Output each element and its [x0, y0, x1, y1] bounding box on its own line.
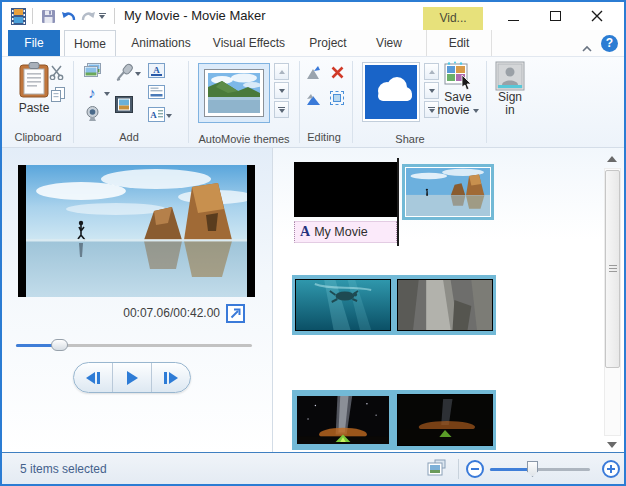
scrollbar-down-button[interactable]: [607, 442, 617, 448]
copy-icon: [51, 87, 65, 102]
themes-scroll-up-button[interactable]: [274, 63, 289, 80]
zoom-out-button[interactable]: [466, 460, 484, 478]
video-preview[interactable]: [18, 165, 255, 297]
undo-button[interactable]: [58, 6, 78, 26]
scissors-icon: [49, 65, 64, 80]
add-title-button[interactable]: A: [146, 61, 166, 79]
group-separator: [73, 61, 74, 143]
themes-more-button[interactable]: [274, 101, 289, 118]
record-narration-button[interactable]: [114, 63, 134, 81]
cliff-thumbnail-image: [398, 280, 492, 330]
onedrive-icon: [365, 65, 417, 119]
tab-visual-effects[interactable]: Visual Effects: [206, 30, 292, 56]
zoom-thumb[interactable]: [527, 461, 538, 477]
zoom-slider[interactable]: [490, 468, 590, 471]
tab-view[interactable]: View: [364, 30, 414, 56]
title-bar: My Movie - Movie Maker Vid...: [2, 2, 624, 30]
rotate-left-button[interactable]: [303, 63, 323, 81]
select-all-button[interactable]: [327, 89, 347, 107]
scrollbar-up-button[interactable]: [607, 156, 617, 162]
main-area: 00:07.06/00:42.00: [2, 148, 624, 454]
titlebar-separator: [114, 8, 115, 24]
movie-maker-window: My Movie - Movie Maker Vid... File Home …: [0, 0, 626, 486]
automovie-default-theme[interactable]: [198, 63, 270, 123]
themes-scroll-down-button[interactable]: [274, 82, 289, 99]
previous-bar-icon: [97, 372, 100, 384]
help-button[interactable]: ?: [601, 35, 618, 52]
close-button[interactable]: [582, 4, 612, 28]
tab-file[interactable]: File: [8, 30, 60, 56]
zoom-in-button[interactable]: [602, 460, 620, 478]
add-caption-button[interactable]: [146, 83, 166, 101]
credits-icon: A: [148, 107, 165, 122]
next-frame-button[interactable]: [151, 363, 190, 392]
qat-customize-button[interactable]: [95, 6, 109, 26]
close-icon: [591, 10, 603, 22]
scroll-up-icon: [279, 70, 285, 74]
caption-icon: [148, 85, 165, 99]
record-narration-dropdown[interactable]: [133, 65, 143, 83]
filmstrip-icon: [11, 8, 26, 25]
title-icon: A: [148, 63, 165, 78]
snapshot-button[interactable]: [114, 95, 134, 113]
minus-icon: [471, 468, 479, 470]
clip-cliff-face[interactable]: [397, 279, 493, 331]
rotate-right-icon: [305, 91, 322, 106]
playhead[interactable]: [397, 158, 399, 246]
maximize-icon: [550, 11, 561, 21]
microphone-icon: [115, 63, 134, 82]
selection-status: 5 items selected: [20, 453, 107, 485]
underwater-thumbnail-image: [296, 280, 390, 330]
add-music-button[interactable]: ♪: [82, 83, 102, 101]
seek-thumb[interactable]: [51, 339, 68, 351]
add-credits-dropdown[interactable]: [164, 107, 174, 125]
remove-button[interactable]: [327, 63, 347, 81]
clip-beach-rocks[interactable]: [402, 164, 494, 220]
fullscreen-preview-button[interactable]: [226, 304, 245, 323]
editing-group-label: Editing: [299, 131, 349, 143]
share-group-label: Share: [354, 133, 466, 145]
tab-animations[interactable]: Animations: [120, 30, 202, 56]
sign-in-label: Sign in: [495, 91, 525, 117]
save-movie-label-2: movie: [437, 104, 469, 117]
add-videos-photos-button[interactable]: [82, 61, 102, 79]
scrollbar-thumb[interactable]: [605, 170, 620, 368]
next-icon: [169, 372, 178, 384]
clipboard-group-label: Clipboard: [8, 131, 68, 143]
save-movie-button[interactable]: Save movie: [434, 61, 482, 117]
thumbnail-view-button[interactable]: [427, 459, 449, 479]
remove-x-icon: [331, 66, 344, 79]
webcam-video-button[interactable]: [82, 105, 102, 123]
clip-milky-way-tent[interactable]: [295, 394, 391, 446]
previous-frame-button[interactable]: [74, 363, 112, 392]
clipboard-icon: [19, 62, 49, 98]
snapshot-icon: [115, 96, 133, 113]
tab-edit[interactable]: Edit: [426, 30, 492, 56]
copy-button[interactable]: [48, 85, 68, 103]
add-credits-button[interactable]: A: [146, 105, 166, 123]
floppy-disk-icon: [42, 10, 55, 23]
share-onedrive-button[interactable]: [362, 62, 420, 122]
tab-home[interactable]: Home: [64, 30, 116, 56]
clip-night-horizon[interactable]: [397, 394, 493, 446]
clip-underwater-turtle[interactable]: [295, 279, 391, 331]
tab-project[interactable]: Project: [296, 30, 360, 56]
ribbon: Paste Clipboard: [2, 56, 624, 148]
title-clip-label[interactable]: A My Movie: [294, 221, 397, 243]
minimize-button[interactable]: [498, 4, 528, 28]
paste-label: Paste: [19, 101, 50, 115]
seek-slider[interactable]: [16, 344, 252, 347]
play-button[interactable]: [112, 363, 151, 392]
maximize-button[interactable]: [540, 4, 570, 28]
rotate-right-button[interactable]: [303, 89, 323, 107]
collapse-ribbon-button[interactable]: [582, 39, 592, 47]
contextual-tab-video-tools[interactable]: Vid...: [423, 7, 483, 30]
add-music-dropdown[interactable]: [102, 85, 112, 103]
app-icon[interactable]: [8, 6, 28, 26]
cut-button[interactable]: [46, 63, 66, 81]
status-bar: 5 items selected: [2, 452, 624, 484]
title-clip[interactable]: [294, 162, 397, 217]
save-button[interactable]: [38, 6, 58, 26]
sign-in-button[interactable]: Sign in: [492, 61, 528, 117]
selected-clip-group: [292, 390, 496, 450]
